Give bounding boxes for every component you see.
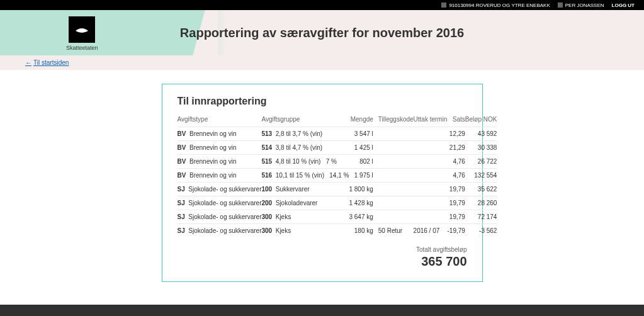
table-row: SJ Sjokolade- og sukkervarer200 Sjokolad… bbox=[178, 196, 497, 210]
col-uttak-termin: Uttak termin bbox=[414, 116, 448, 127]
page-header: Skatteetaten Rapportering av særavgifter… bbox=[0, 10, 644, 55]
col-mengde: Mengde bbox=[349, 116, 373, 127]
col-tilleggskode: Tilleggskode bbox=[373, 116, 414, 127]
back-link-label: Til startsiden bbox=[33, 59, 69, 66]
logout-link[interactable]: LOGG UT bbox=[612, 3, 635, 8]
top-bar: 910130994 ROVERUD OG YTRE ENEBAKK PER JO… bbox=[0, 0, 644, 10]
org-id: 910130994 ROVERUD OG YTRE ENEBAKK bbox=[449, 3, 550, 8]
total-label: Totalt avgiftsbeløp bbox=[178, 246, 467, 253]
table-row: BV Brennevin og vin513 2,8 til 3,7 % (vi… bbox=[178, 127, 497, 141]
page-title: Rapportering av særavgifter for november… bbox=[180, 26, 464, 40]
user-block: PER JONASSEN bbox=[558, 3, 604, 8]
col-avgiftsgruppe: Avgiftsgruppe bbox=[261, 116, 349, 127]
footer-bar: Til startsiden Automatisk lagret 10:21 R… bbox=[0, 301, 644, 316]
brand-logo-icon bbox=[69, 16, 95, 43]
report-table: Avgiftstype Avgiftsgruppe Mengde Tillegg… bbox=[178, 116, 497, 237]
col-sats: Sats bbox=[448, 116, 465, 127]
arrow-left-icon: ← bbox=[25, 59, 31, 66]
table-row: BV Brennevin og vin516 10,1 til 15 % (vi… bbox=[178, 169, 497, 183]
col-avgiftstype: Avgiftstype bbox=[178, 116, 262, 127]
back-link[interactable]: ← Til startsiden bbox=[25, 59, 69, 66]
back-row: ← Til startsiden bbox=[0, 55, 644, 70]
person-icon bbox=[558, 3, 563, 8]
total-value: 365 700 bbox=[178, 254, 467, 269]
brand-name: Skatteetaten bbox=[66, 45, 98, 51]
table-row: BV Brennevin og vin514 3,8 til 4,7 % (vi… bbox=[178, 141, 497, 155]
brand-block: Skatteetaten bbox=[66, 16, 98, 51]
report-card: Til innrapportering Avgiftstype Avgiftsg… bbox=[162, 84, 483, 282]
col-belop: Beløp NOK bbox=[465, 116, 497, 127]
table-row: SJ Sjokolade- og sukkervarer300 Kjeks3 6… bbox=[178, 210, 497, 224]
card-heading: Til innrapportering bbox=[178, 96, 467, 107]
building-icon bbox=[441, 3, 446, 8]
user-name: PER JONASSEN bbox=[565, 3, 604, 8]
table-row: SJ Sjokolade- og sukkervarer100 Sukkerva… bbox=[178, 183, 497, 196]
table-row: BV Brennevin og vin515 4,8 til 10 % (vin… bbox=[178, 155, 497, 169]
org-block: 910130994 ROVERUD OG YTRE ENEBAKK bbox=[441, 3, 550, 8]
table-row: SJ Sjokolade- og sukkervarer300 Kjeks180… bbox=[178, 224, 497, 238]
